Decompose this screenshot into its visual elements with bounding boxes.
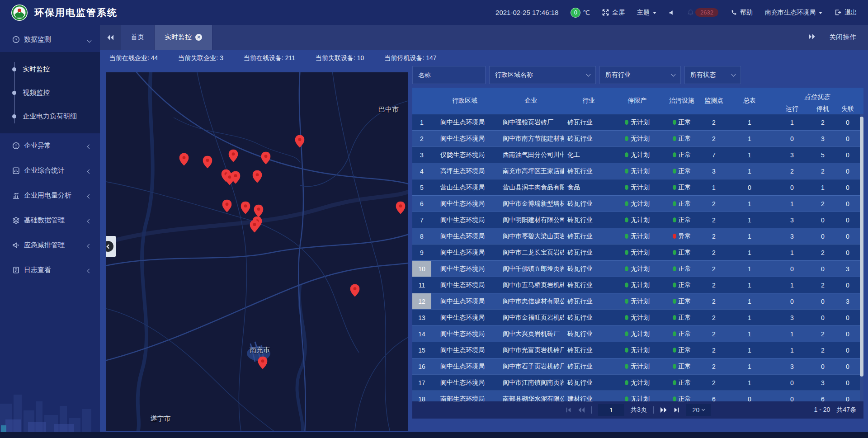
col-industry: 行业 — [564, 97, 613, 105]
map-marker-pin-icon[interactable] — [222, 200, 232, 214]
fullscreen-button[interactable]: 全屏 — [602, 9, 625, 17]
table-row[interactable]: 4高坪生态环境局南充市高坪区王家店建砖瓦行业无计划正常31220 — [412, 163, 863, 179]
table-row[interactable]: 10阆中生态环境局阆中千佛镇五郎垭页岩砖瓦行业无计划正常21003 — [412, 260, 863, 277]
next-page-icon[interactable] — [660, 407, 667, 413]
map-marker-pin-icon[interactable] — [228, 149, 238, 164]
panel-bottom-strip — [412, 419, 863, 432]
sidebar-item-2[interactable]: 企业异常 — [0, 133, 100, 158]
phone-icon — [731, 9, 737, 16]
cell-stop: 2 — [810, 168, 835, 175]
table-row[interactable]: 3仪陇生态环境局西南油气田分公司川中化工无计划正常71350 — [412, 146, 863, 163]
sidebar-item-4[interactable]: 企业用电量分析 — [0, 183, 100, 208]
map-marker-pin-icon[interactable] — [258, 357, 267, 371]
map-marker-pin-icon[interactable] — [252, 170, 262, 184]
table-scrollbar[interactable] — [860, 114, 863, 401]
status-dot-green-icon — [625, 396, 628, 401]
table-row[interactable]: 2阆中生态环境局阆中市南方节能建材有砖瓦行业无计划正常21030 — [412, 130, 863, 146]
cell-company: 阆中市金博瑞新型墙材 — [498, 200, 564, 208]
stat-item: 当前停机设备: 147 — [384, 54, 436, 62]
table-row[interactable]: 9阆中生态环境局阆中市二龙长宝页岩砖砖瓦行业无计划正常21120 — [412, 244, 863, 260]
first-page-icon[interactable] — [565, 407, 571, 413]
map-marker-pin-icon[interactable] — [179, 153, 189, 167]
sidebar-subitem[interactable]: 实时监控 — [0, 57, 100, 81]
tabs-scroll-right-icon[interactable] — [808, 33, 816, 41]
map-marker-pin-icon[interactable] — [396, 202, 405, 216]
cell-company: 阆中市光富页岩机砖厂 — [498, 346, 564, 354]
cell-monitor: 2 — [703, 217, 725, 224]
cell-meter: 1 — [725, 217, 774, 224]
map-marker-pin-icon[interactable] — [241, 202, 250, 216]
sound-button[interactable] — [669, 9, 675, 16]
logout-button[interactable]: 退出 — [835, 9, 857, 17]
prev-page-icon[interactable] — [578, 407, 585, 413]
cell-company: 阆中市枣碧大梁山页岩 — [498, 232, 564, 240]
page-size-select[interactable]: 20 — [686, 404, 711, 416]
status-dot-green-icon — [673, 120, 676, 125]
table-row[interactable]: 16阆中生态环境局阆中市石子页岩机砖厂砖瓦行业无计划正常21300 — [412, 358, 863, 374]
cell-monitor: 1 — [703, 184, 725, 191]
map-marker-pin-icon[interactable] — [295, 135, 304, 150]
sidebar-item-5[interactable]: 基础数据管理 — [0, 208, 100, 233]
cell-region: 阆中生态环境局 — [431, 314, 498, 322]
org-dropdown[interactable]: 南充市生态环境局 — [765, 9, 822, 17]
table-row[interactable]: 15阆中生态环境局阆中市光富页岩机砖厂砖瓦行业无计划正常21120 — [412, 342, 863, 358]
cell-monitor: 2 — [703, 314, 725, 321]
chevron-left-icon — [88, 266, 91, 274]
sidebar-item-7[interactable]: 日志查看 — [0, 258, 100, 283]
sidebar-item-6[interactable]: 应急减排管理 — [0, 233, 100, 258]
industry-filter-select[interactable]: 所有行业 — [599, 66, 681, 84]
sidebar-item-3[interactable]: 企业综合统计 — [0, 158, 100, 183]
table-row[interactable]: 6阆中生态环境局阆中市金博瑞新型墙材砖瓦行业无计划正常21120 — [412, 195, 863, 212]
col-run: 运行 — [774, 105, 810, 113]
cell-monitor: 2 — [703, 200, 725, 207]
cell-monitor: 2 — [703, 135, 725, 142]
close-operations-dropdown[interactable]: 关闭操作 — [829, 33, 856, 42]
map-marker-pin-icon[interactable] — [350, 284, 360, 298]
cell-industry: 砖瓦行业 — [564, 249, 613, 257]
table-row[interactable]: 1阆中生态环境局阆中强锐页岩砖厂砖瓦行业无计划正常21120 — [412, 114, 863, 130]
map-marker-pin-icon[interactable] — [203, 156, 212, 170]
chevron-down-icon — [653, 12, 656, 16]
cell-facility: 正常 — [661, 249, 703, 257]
sidebar-item-label: 企业异常 — [24, 141, 51, 150]
table-row[interactable]: 17阆中生态环境局阆中市江南镇阆南页岩砖瓦行业无计划正常21030 — [412, 374, 863, 391]
table-row[interactable]: 12阆中生态环境局阆中市忠信建材有限公砖瓦行业无计划正常21003 — [412, 293, 863, 309]
status-dot-green-icon — [625, 380, 628, 385]
tabs-scroll-left-icon[interactable] — [100, 25, 121, 50]
status-dot-green-icon — [625, 250, 628, 255]
table-row[interactable]: 18南部生态环境局南部县砌华水泥有限公建材行业无计划正常60060 — [412, 391, 863, 401]
cell-run: 0 — [774, 265, 810, 273]
tab-2[interactable]: 实时监控✕ — [155, 25, 212, 50]
status-filter-select[interactable]: 所有状态 — [684, 66, 741, 84]
map-marker-pin-icon[interactable] — [250, 220, 259, 235]
map-marker-pin-icon[interactable] — [261, 151, 270, 166]
region-filter-select[interactable]: 行政区域名称 — [489, 66, 596, 84]
sidebar-item-1[interactable]: 数据监测 — [0, 27, 100, 52]
table-row[interactable]: 8阆中生态环境局阆中市枣碧大梁山页岩砖瓦行业无计划异常21300 — [412, 228, 863, 244]
map-marker-pin-icon[interactable] — [231, 171, 241, 185]
megaphone-icon — [12, 241, 20, 249]
sidebar-subitem[interactable]: 企业电力负荷明细 — [0, 104, 100, 128]
scrollbar-thumb[interactable] — [860, 117, 863, 377]
sidebar-subitem[interactable]: 视频监控 — [0, 81, 100, 104]
cell-monitor: 2 — [703, 233, 725, 240]
cell-monitor: 2 — [703, 379, 725, 386]
notifications-button[interactable]: 2632 — [687, 8, 718, 17]
last-page-icon[interactable] — [674, 407, 680, 413]
theme-dropdown[interactable]: 主题 — [637, 9, 656, 17]
close-icon[interactable]: ✕ — [195, 34, 202, 41]
help-button[interactable]: 帮助 — [731, 9, 753, 17]
map-collapse-button[interactable] — [106, 236, 116, 257]
table-row[interactable]: 14阆中生态环境局阆中大兴页岩机砖厂砖瓦行业无计划正常21120 — [412, 325, 863, 342]
map-panel[interactable]: 巴中市南充市遂宁市 — [106, 72, 408, 431]
range-label: 1 - 20 — [814, 406, 830, 414]
tab-1[interactable]: 首页 — [121, 25, 155, 50]
cell-facility: 异常 — [661, 232, 703, 240]
table-row[interactable]: 7阆中生态环境局阆中明阳建材有限公司砖瓦行业无计划正常21300 — [412, 212, 863, 228]
table-row[interactable]: 13阆中生态环境局阆中市金福旺页岩机砖砖瓦行业无计划正常21300 — [412, 309, 863, 325]
cell-stop: 0 — [810, 298, 835, 305]
page-number-input[interactable] — [598, 404, 624, 416]
name-filter-input[interactable] — [412, 66, 486, 84]
table-row[interactable]: 5营山生态环境局营山县润丰肉食品有限食品无计划正常10010 — [412, 179, 863, 195]
table-row[interactable]: 11阆中生态环境局阆中市五马桥页岩机砖砖瓦行业无计划正常21120 — [412, 277, 863, 293]
